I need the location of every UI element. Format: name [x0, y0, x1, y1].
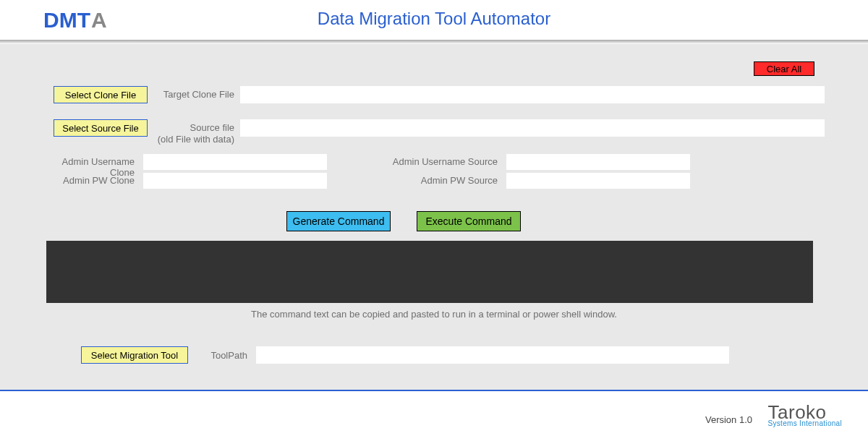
source-file-label: Source file (old File with data)	[155, 119, 234, 145]
toolpath-input[interactable]	[256, 346, 729, 364]
select-migration-tool-button[interactable]: Select Migration Tool	[81, 346, 188, 364]
select-source-file-button[interactable]: Select Source File	[54, 119, 148, 137]
app-logo: DMTA	[43, 8, 107, 33]
command-output[interactable]	[46, 241, 813, 303]
admin-username-source-input[interactable]	[506, 154, 690, 170]
target-clone-file-input[interactable]	[240, 86, 825, 103]
company-logo: Taroko Systems International	[768, 403, 842, 427]
main-panel: Clear All Select Clone File Target Clone…	[0, 44, 868, 390]
source-file-input[interactable]	[240, 119, 825, 137]
company-tagline: Systems International	[768, 420, 842, 427]
version-text: Version 1.0	[705, 414, 752, 425]
select-clone-file-button[interactable]: Select Clone File	[54, 86, 148, 103]
admin-username-source-label: Admin Username Source	[391, 156, 498, 167]
source-file-row: Select Source File Source file (old File…	[43, 119, 825, 145]
logo-main: DMT	[43, 8, 90, 33]
tool-path-row: Select Migration Tool ToolPath	[43, 346, 825, 364]
execute-command-button[interactable]: Execute Command	[417, 211, 521, 231]
command-hint-text: The command text can be copied and paste…	[0, 309, 868, 320]
admin-pw-source-input[interactable]	[506, 173, 690, 189]
admin-pw-clone-input[interactable]	[143, 173, 327, 189]
generate-command-button[interactable]: Generate Command	[286, 211, 391, 231]
footer: Version 1.0 Taroko Systems International	[0, 391, 868, 436]
app-title: Data Migration Tool Automator	[318, 9, 550, 29]
source-file-label-line1: Source file	[155, 122, 234, 134]
toolpath-label: ToolPath	[200, 350, 247, 361]
clear-all-button[interactable]: Clear All	[754, 61, 814, 76]
logo-accent: A	[91, 8, 107, 33]
source-file-label-line2: (old File with data)	[155, 134, 234, 145]
admin-pw-source-label: Admin PW Source	[391, 175, 498, 186]
admin-pw-clone-label: Admin PW Clone	[43, 175, 135, 186]
admin-username-clone-input[interactable]	[143, 154, 327, 170]
target-clone-file-label: Target Clone File	[155, 86, 234, 101]
clone-file-row: Select Clone File Target Clone File	[43, 86, 825, 103]
app-header: DMTA Data Migration Tool Automator	[0, 0, 868, 40]
